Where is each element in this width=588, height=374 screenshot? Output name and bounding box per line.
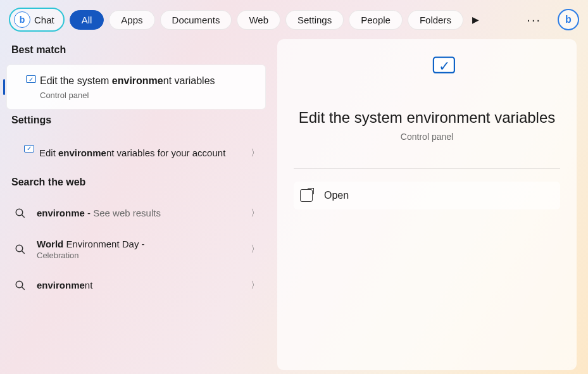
open-action[interactable]: Open bbox=[294, 182, 560, 209]
divider bbox=[294, 168, 560, 169]
best-match-result[interactable]: ✓ Edit the system environment variables … bbox=[6, 65, 266, 109]
monitor-settings-icon: ✓ bbox=[15, 79, 32, 93]
chevron-right-icon: 〉 bbox=[251, 208, 260, 219]
open-action-label: Open bbox=[324, 190, 349, 201]
svg-point-4 bbox=[16, 281, 23, 288]
monitor-settings-icon: ✓ bbox=[408, 65, 447, 96]
monitor-settings-icon: ✓ bbox=[13, 149, 30, 163]
preview-subtitle: Control panel bbox=[401, 132, 453, 142]
web-result[interactable]: environment 〉 bbox=[6, 269, 266, 302]
overflow-menu-button[interactable]: ··· bbox=[522, 10, 546, 30]
section-best-match: Best match bbox=[6, 39, 266, 65]
chat-button[interactable]: b Chat bbox=[9, 8, 65, 32]
best-match-subtitle: Control panel bbox=[40, 90, 215, 100]
tab-settings[interactable]: Settings bbox=[285, 10, 344, 30]
web-result[interactable]: World Environment Day - Celebration 〉 bbox=[6, 230, 266, 269]
svg-point-0 bbox=[16, 209, 23, 216]
web-result-title: World Environment Day - Celebration bbox=[37, 239, 242, 260]
svg-line-3 bbox=[22, 251, 25, 254]
svg-point-2 bbox=[16, 245, 23, 252]
tab-all[interactable]: All bbox=[70, 10, 104, 30]
web-result-title: environment bbox=[37, 280, 242, 290]
web-result[interactable]: environme - See web results 〉 bbox=[6, 197, 266, 230]
search-icon bbox=[13, 206, 28, 221]
bing-icon: b bbox=[14, 11, 30, 28]
best-match-title: Edit the system environment variables bbox=[40, 74, 215, 88]
settings-result-title: Edit environment variables for your acco… bbox=[39, 147, 242, 158]
section-settings: Settings bbox=[6, 109, 266, 135]
filter-tab-bar: b Chat All Apps Documents Web Settings P… bbox=[0, 0, 588, 39]
chevron-right-icon: 〉 bbox=[251, 147, 260, 159]
web-result-title: environme - See web results bbox=[37, 208, 242, 218]
chat-label: Chat bbox=[34, 15, 54, 25]
search-icon bbox=[13, 278, 28, 293]
bing-button[interactable]: b bbox=[558, 9, 579, 30]
search-icon bbox=[13, 242, 28, 257]
settings-result[interactable]: ✓ Edit environment variables for your ac… bbox=[6, 135, 266, 171]
tab-folders[interactable]: Folders bbox=[408, 10, 463, 30]
chevron-right-icon: 〉 bbox=[251, 244, 260, 255]
svg-line-5 bbox=[22, 287, 25, 290]
chevron-right-icon: 〉 bbox=[251, 280, 260, 291]
results-column: Best match ✓ Edit the system environment… bbox=[6, 39, 266, 370]
open-external-icon bbox=[300, 189, 313, 202]
section-search-web: Search the web bbox=[6, 171, 266, 197]
svg-line-1 bbox=[22, 215, 25, 218]
tab-apps[interactable]: Apps bbox=[109, 10, 154, 30]
tab-people[interactable]: People bbox=[349, 10, 403, 30]
tab-documents[interactable]: Documents bbox=[160, 10, 232, 30]
tab-web[interactable]: Web bbox=[237, 10, 280, 30]
preview-panel: ✓ Edit the system environment variables … bbox=[277, 39, 577, 370]
preview-title: Edit the system environment variables bbox=[299, 109, 556, 127]
more-tabs-icon[interactable]: ▶ bbox=[472, 15, 479, 25]
